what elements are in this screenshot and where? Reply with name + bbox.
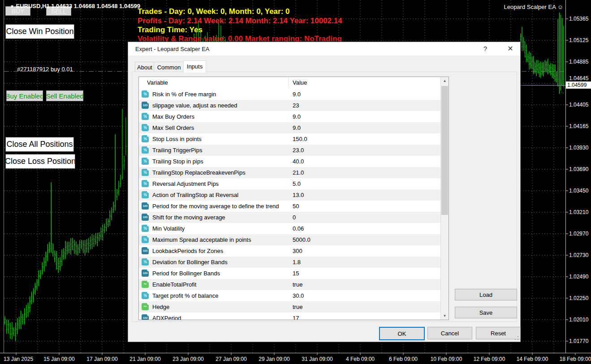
- variable-value[interactable]: 15: [293, 270, 299, 277]
- variable-value[interactable]: 5.0: [293, 180, 301, 187]
- double-type-icon: ½: [142, 169, 149, 176]
- input-row-shift-for-the-moving-average[interactable]: 123Shift for the moving average0: [139, 212, 441, 223]
- variable-name: Deviation for Bollinger Bands: [152, 259, 228, 266]
- price-axis-label: 1.04645: [569, 75, 588, 81]
- variable-name: Hedge: [152, 304, 169, 310]
- resize-grip[interactable]: [515, 336, 518, 340]
- double-type-icon: ½: [142, 124, 149, 131]
- variable-name: Shift for the moving average: [152, 214, 225, 221]
- save-button[interactable]: Save: [455, 307, 517, 318]
- load-button[interactable]: Load: [455, 289, 517, 300]
- variable-value[interactable]: 17: [293, 315, 299, 320]
- variable-value[interactable]: 150.0: [293, 136, 307, 142]
- variable-value[interactable]: 13.0: [293, 192, 304, 198]
- input-row-risk-in-of-free-margin[interactable]: ½Risk in % of Free margin9.0: [139, 89, 441, 100]
- profits-status-line: Profits - Day: 2.14 Week: 2.14 Month: 2.…: [138, 17, 342, 26]
- variable-name: Target profit % of balance: [152, 292, 218, 299]
- input-row-max-sell-orders[interactable]: ½Max Sell Orders9.0: [139, 122, 441, 134]
- trading-time-line: Trading Time: Yes: [138, 26, 203, 34]
- variable-name: Reversal Adjustment Pips: [152, 180, 219, 187]
- time-axis-label: 29 Jan 09:00: [259, 356, 289, 362]
- input-row-maximum-spread-acceptable-in-points[interactable]: ½Maximum Spread acceptable in points5000…: [139, 234, 441, 246]
- input-row-reversal-adjustment-pips[interactable]: ½Reversal Adjustment Pips5.0: [139, 178, 441, 190]
- dialog-titlebar[interactable]: Expert - Leopard Scalper EA ? ✕: [128, 42, 520, 56]
- tab-about[interactable]: About: [135, 62, 155, 73]
- input-row-hedge[interactable]: ~Hedgetrue: [139, 301, 441, 313]
- variable-name: EnableTotalProfit: [152, 281, 196, 288]
- close-all-positions-button[interactable]: Close All Positions: [5, 137, 74, 152]
- price-axis-label: 1.02970: [569, 231, 588, 237]
- variable-value[interactable]: 0.06: [293, 225, 304, 232]
- double-type-icon: ½: [142, 146, 149, 154]
- int-type-icon: 123: [142, 214, 149, 221]
- variable-name: Maximum Spread acceptable in points: [152, 236, 251, 243]
- reset-button[interactable]: Reset: [476, 327, 521, 339]
- scroll-down-icon[interactable]: ▼: [441, 312, 449, 320]
- tab-common[interactable]: Common: [154, 62, 184, 73]
- help-icon[interactable]: ?: [480, 44, 491, 54]
- price-axis-label: 1.03690: [569, 166, 588, 172]
- input-row-trailing-stop-in-pips[interactable]: ½Trailing Stop in pips40.0: [139, 156, 441, 167]
- variable-value[interactable]: 300: [293, 248, 302, 254]
- inputs-table[interactable]: Variable Value ½Risk in % of Free margin…: [138, 77, 449, 320]
- close-win-position-button[interactable]: Close Win Position: [5, 24, 74, 39]
- scroll-up-icon[interactable]: ▲: [441, 77, 449, 85]
- input-row-trailing-triggerpips[interactable]: ½Trailing TriggerPips23.0: [139, 145, 441, 156]
- price-axis-label: 1.01770: [569, 338, 588, 344]
- input-row-stop-loss-in-points[interactable]: ½Stop Loss in points150.0: [139, 133, 441, 145]
- input-row-adxperiod[interactable]: 123ADXPeriod17: [139, 313, 441, 320]
- variable-value[interactable]: 21.0: [293, 169, 304, 176]
- input-row-min-volatility[interactable]: ½Min Volatility0.06: [139, 223, 441, 235]
- vertical-scrollbar[interactable]: ▲ ▼: [440, 77, 449, 320]
- price-axis-label: 1.03210: [569, 209, 588, 215]
- input-row-action-of-trailingstop-at-reversal[interactable]: ½Action of TrailingStop at Reversal13.0: [139, 189, 441, 201]
- double-type-icon: ½: [142, 90, 149, 98]
- variable-value[interactable]: 5000.0: [293, 236, 311, 243]
- cancel-button[interactable]: Cancel: [427, 327, 472, 339]
- variable-value[interactable]: 9.0: [293, 124, 301, 131]
- sell-enabled-button[interactable]: Sell Enabled: [46, 90, 83, 101]
- variable-value[interactable]: 0: [293, 214, 296, 221]
- time-axis-label: 17 Jan 09:00: [86, 356, 117, 362]
- variable-value[interactable]: 40.0: [293, 158, 304, 165]
- symbol-dropdown-icon[interactable]: ▼: [10, 4, 14, 9]
- variable-value[interactable]: 9.0: [293, 113, 301, 120]
- tab-inputs[interactable]: Inputs: [183, 60, 206, 73]
- metatrader-chart-window: ▼ EURUSD,H1 1.04633 1.04668 1.04548 1.04…: [0, 0, 591, 364]
- int-type-icon: 123: [142, 202, 149, 210]
- input-row-deviation-for-bollinger-bands[interactable]: ½Deviation for Bollinger Bands1.8: [139, 257, 441, 268]
- input-row-slippage-value-adjust-as-needed[interactable]: 123slippage value, adjust as needed23: [139, 100, 441, 111]
- bool-type-icon: ~: [142, 281, 149, 288]
- input-row-period-for-the-moving-average-to-define-the-trend[interactable]: 123Period for the moving average to defi…: [139, 201, 441, 212]
- variable-value[interactable]: 30.0: [293, 292, 304, 299]
- input-row-lookbackperiods-for-zones[interactable]: 123LookbackPeriods for Zones300: [139, 245, 441, 257]
- variable-value[interactable]: 50: [293, 203, 299, 210]
- variable-value[interactable]: 9.0: [293, 91, 301, 98]
- time-axis-label: 13 Jan 2025: [4, 356, 33, 362]
- input-row-max-buy-orders[interactable]: ½Max Buy Orders9.0: [139, 111, 441, 123]
- int-type-icon: 123: [142, 270, 149, 277]
- variable-value[interactable]: 23.0: [293, 147, 304, 154]
- variable-value[interactable]: true: [293, 281, 302, 288]
- trades-status-line: Trades - Day: 0, Week: 0, Month: 0, Year…: [138, 7, 290, 16]
- variable-value[interactable]: true: [293, 304, 302, 310]
- bool-type-icon: ~: [142, 303, 149, 310]
- scrollbar-thumb[interactable]: [441, 86, 448, 215]
- time-axis-label: 23 Jan 09:00: [173, 356, 203, 362]
- price-axis-label: 1.04165: [569, 123, 588, 129]
- input-row-enabletotalprofit[interactable]: ~EnableTotalProfittrue: [139, 279, 441, 291]
- variable-value[interactable]: 23: [293, 102, 299, 109]
- double-type-icon: ½: [142, 191, 149, 198]
- ok-button[interactable]: OK: [379, 327, 425, 340]
- time-axis-label: 12 Feb 09:00: [474, 356, 505, 362]
- close-icon[interactable]: ✕: [505, 44, 516, 54]
- close-loss-position-button[interactable]: Close Loss Position: [5, 154, 75, 169]
- time-axis-label: 6 Feb 09:00: [389, 356, 418, 362]
- input-row-trailingstop-replacebreakevenpips[interactable]: ½TrailingStop ReplaceBreakevenPips21.0: [139, 167, 441, 179]
- input-row-target-profit-of-balance[interactable]: ½Target profit % of balance30.0: [139, 290, 441, 302]
- buy-enabled-button[interactable]: Buy Enabled: [6, 90, 43, 101]
- input-row-period-for-bollinger-bands[interactable]: 123Period for Bollinger Bands15: [139, 268, 441, 279]
- variable-name: slippage value, adjust as needed: [152, 102, 237, 109]
- column-header-variable: Variable: [147, 79, 168, 86]
- variable-value[interactable]: 1.8: [293, 259, 301, 266]
